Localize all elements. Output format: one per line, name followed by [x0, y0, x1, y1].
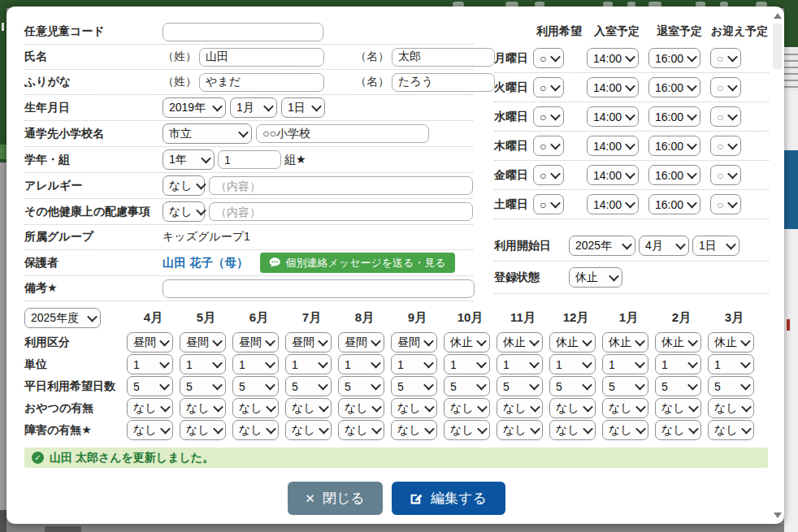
day-0-enter-select[interactable]: 14:00 [587, 48, 639, 68]
monthly-4-6-select[interactable]: なし [444, 420, 490, 440]
monthly-3-5-select[interactable]: なし [391, 398, 437, 418]
monthly-3-10-select[interactable]: なし [655, 398, 701, 418]
monthly-4-7-select[interactable]: なし [497, 420, 543, 440]
day-2-pickup-select[interactable]: ○ [710, 106, 741, 127]
day-5-leave-select[interactable]: 16:00 [648, 194, 700, 214]
day-5-enter-select[interactable]: 14:00 [587, 194, 639, 214]
monthly-0-11-select[interactable]: 休止 [708, 332, 754, 353]
send-message-button[interactable]: 個別連絡メッセージを送る・見る [260, 253, 455, 273]
health-select[interactable]: なし [163, 201, 205, 222]
monthly-1-11-select[interactable]: 1 [708, 354, 754, 374]
monthly-3-11-select[interactable]: なし [708, 398, 754, 418]
monthly-4-5-select[interactable]: なし [391, 420, 437, 440]
monthly-2-7-select[interactable]: 5 [497, 376, 543, 396]
edit-button[interactable]: 編集する [392, 482, 505, 515]
day-2-leave-select[interactable]: 16:00 [648, 106, 700, 127]
day-0-pickup-select[interactable]: ○ [710, 48, 741, 68]
monthly-4-9-select[interactable]: なし [602, 420, 648, 440]
monthly-4-10-select[interactable]: なし [655, 420, 701, 440]
day-1-pickup-select[interactable]: ○ [710, 77, 741, 97]
monthly-2-2-select[interactable]: 5 [232, 376, 279, 396]
registration-status-select[interactable]: 休止 [569, 267, 622, 288]
day-5-pickup-select[interactable]: ○ [710, 194, 741, 214]
first-name-input[interactable] [392, 48, 495, 67]
day-2-wish-select[interactable]: ○ [533, 106, 564, 127]
allergy-detail-input[interactable] [209, 176, 473, 195]
day-3-pickup-select[interactable]: ○ [710, 136, 741, 156]
school-type-select[interactable]: 市立 [163, 123, 252, 144]
day-2-enter-select[interactable]: 14:00 [587, 106, 639, 127]
monthly-4-2-select[interactable]: なし [232, 420, 279, 440]
child-code-input[interactable] [163, 23, 323, 41]
monthly-1-1-select[interactable]: 1 [180, 354, 226, 374]
monthly-3-9-select[interactable]: なし [602, 398, 648, 418]
monthly-0-1-select[interactable]: 昼間（ [180, 332, 226, 353]
health-detail-input[interactable] [209, 202, 473, 221]
monthly-4-0-select[interactable]: なし [127, 420, 173, 440]
day-0-leave-select[interactable]: 16:00 [648, 48, 700, 68]
last-name-kana-input[interactable] [199, 73, 324, 92]
monthly-3-0-select[interactable]: なし [127, 398, 173, 418]
birth-year-select[interactable]: 2019年 [163, 97, 226, 118]
day-1-enter-select[interactable]: 14:00 [587, 77, 639, 97]
day-5-wish-select[interactable]: ○ [533, 194, 564, 214]
monthly-1-10-select[interactable]: 1 [655, 354, 701, 374]
monthly-0-6-select[interactable]: 休止 [444, 332, 490, 353]
monthly-1-6-select[interactable]: 1 [444, 354, 490, 374]
monthly-2-0-select[interactable]: 5 [127, 376, 173, 396]
birth-day-select[interactable]: 1日 [281, 97, 325, 118]
dialog-scrollbar[interactable] [771, 9, 783, 521]
scroll-up-button[interactable] [771, 9, 783, 22]
monthly-1-7-select[interactable]: 1 [497, 354, 543, 374]
monthly-2-8-select[interactable]: 5 [549, 376, 596, 396]
monthly-1-2-select[interactable]: 1 [232, 354, 279, 374]
monthly-2-6-select[interactable]: 5 [444, 376, 490, 396]
monthly-4-1-select[interactable]: なし [180, 420, 226, 440]
fiscal-year-select[interactable]: 2025年度 [24, 308, 101, 328]
monthly-4-3-select[interactable]: なし [285, 420, 332, 440]
monthly-3-1-select[interactable]: なし [180, 398, 226, 418]
monthly-1-3-select[interactable]: 1 [285, 354, 332, 374]
first-name-kana-input[interactable] [392, 73, 495, 92]
day-0-wish-select[interactable]: ○ [533, 48, 564, 68]
monthly-0-5-select[interactable]: 昼間（ [391, 332, 437, 353]
scrollbar-thumb[interactable] [773, 24, 782, 69]
guardian-link[interactable]: 山田 花子（母） [163, 255, 249, 270]
monthly-3-2-select[interactable]: なし [232, 398, 279, 418]
monthly-0-9-select[interactable]: 休止 [602, 332, 648, 353]
scroll-down-button[interactable] [771, 508, 783, 521]
note-input[interactable] [163, 279, 475, 298]
day-3-enter-select[interactable]: 14:00 [587, 136, 639, 156]
monthly-3-8-select[interactable]: なし [549, 398, 596, 418]
day-1-wish-select[interactable]: ○ [533, 77, 564, 97]
close-button[interactable]: ✕ 閉じる [288, 482, 383, 515]
birth-month-select[interactable]: 1月 [230, 97, 277, 118]
day-4-pickup-select[interactable]: ○ [710, 165, 741, 185]
day-4-leave-select[interactable]: 16:00 [648, 165, 700, 185]
monthly-4-4-select[interactable]: なし [338, 420, 384, 440]
monthly-4-11-select[interactable]: なし [708, 420, 754, 440]
monthly-1-5-select[interactable]: 1 [391, 354, 437, 374]
start-day-select[interactable]: 1日 [692, 236, 739, 256]
class-input[interactable] [218, 150, 281, 169]
monthly-0-10-select[interactable]: 休止 [655, 332, 701, 353]
last-name-input[interactable] [199, 48, 324, 67]
monthly-0-2-select[interactable]: 昼間（ [232, 332, 279, 353]
day-1-leave-select[interactable]: 16:00 [648, 77, 700, 97]
monthly-2-5-select[interactable]: 5 [391, 376, 437, 396]
monthly-3-4-select[interactable]: なし [338, 398, 384, 418]
monthly-3-3-select[interactable]: なし [285, 398, 332, 418]
day-3-wish-select[interactable]: ○ [533, 136, 564, 156]
day-4-wish-select[interactable]: ○ [533, 165, 564, 185]
monthly-2-3-select[interactable]: 5 [285, 376, 332, 396]
monthly-0-4-select[interactable]: 昼間（ [338, 332, 384, 353]
start-month-select[interactable]: 4月 [639, 236, 689, 256]
monthly-2-4-select[interactable]: 5 [338, 376, 384, 396]
monthly-0-8-select[interactable]: 休止 [549, 332, 596, 353]
start-year-select[interactable]: 2025年 [569, 236, 635, 256]
monthly-1-4-select[interactable]: 1 [338, 354, 384, 374]
monthly-2-9-select[interactable]: 5 [602, 376, 648, 396]
monthly-1-9-select[interactable]: 1 [602, 354, 648, 374]
allergy-select[interactable]: なし [163, 175, 205, 196]
school-name-input[interactable] [256, 124, 429, 143]
